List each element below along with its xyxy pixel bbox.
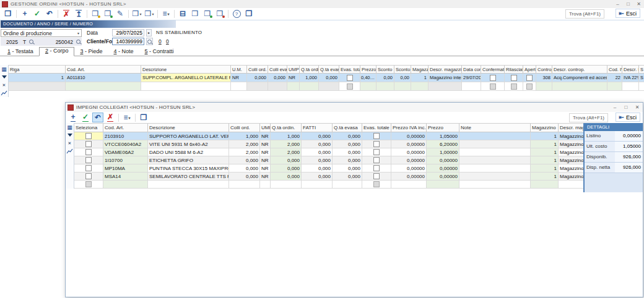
cell[interactable]: VITE UNI 5931 M 6x40-A2 xyxy=(148,140,229,148)
column-header[interactable]: Colli evasi xyxy=(268,66,287,74)
cell[interactable]: 0,000 xyxy=(268,74,287,82)
column-header[interactable]: FATTI xyxy=(302,124,333,132)
data-field[interactable]: 29/07/2025 xyxy=(112,29,144,36)
table-row[interactable]: MSA14SEMILAVORATO CENTRALE TTS RADIO-SEN… xyxy=(74,172,588,181)
cell[interactable] xyxy=(287,82,300,91)
cell[interactable]: 1,00000 xyxy=(427,148,459,156)
cell[interactable] xyxy=(391,181,427,189)
cell[interactable]: 308 xyxy=(536,74,552,82)
column-header[interactable]: Cod. IVA xyxy=(607,66,622,74)
column-header[interactable]: Q.tà ordin. xyxy=(271,124,302,132)
cell[interactable]: MSA14 xyxy=(103,172,148,181)
chart-icon[interactable] xyxy=(0,89,8,97)
cell[interactable]: 0,000 xyxy=(333,172,362,181)
cell[interactable]: 0,000 xyxy=(229,156,260,164)
clear-filter-icon[interactable]: ✕ xyxy=(66,139,74,147)
checkbox-cell[interactable] xyxy=(362,148,391,156)
cell[interactable]: 0,00000 xyxy=(391,140,427,148)
edit-pencil-icon[interactable]: ✎ xyxy=(115,9,126,19)
cell[interactable]: VDAME06A2 xyxy=(103,148,148,156)
cell[interactable] xyxy=(531,181,559,189)
tab-piede[interactable]: 3 - Piede xyxy=(74,48,108,56)
cell[interactable]: 2,000 xyxy=(229,140,260,148)
window-switch-icon[interactable]: ❐ xyxy=(138,113,149,122)
column-header[interactable]: S xyxy=(639,66,644,74)
column-header[interactable]: UMP xyxy=(287,66,300,74)
checkbox-cell[interactable] xyxy=(74,140,103,148)
column-header[interactable]: Seleziona xyxy=(74,124,103,132)
cell[interactable] xyxy=(459,148,531,156)
cell[interactable] xyxy=(9,82,66,91)
column-header[interactable]: Cod. Art. xyxy=(66,66,141,74)
cell[interactable]: 2,000 xyxy=(271,148,302,156)
cell[interactable]: 1 xyxy=(531,132,559,140)
duplicate-document-icon[interactable]: ❒▾ xyxy=(144,9,155,19)
cell[interactable] xyxy=(459,172,531,181)
cell[interactable] xyxy=(302,181,333,189)
delete-row-icon[interactable]: ✗ xyxy=(105,113,116,122)
cell[interactable]: NR xyxy=(260,164,271,172)
cell[interactable]: 0,00000 xyxy=(391,132,427,140)
filter-icon[interactable] xyxy=(0,73,8,81)
column-header[interactable]: Note xyxy=(459,124,531,132)
cell[interactable]: 0,000 xyxy=(229,172,260,181)
checkbox-cell[interactable] xyxy=(362,164,391,172)
column-header[interactable]: Descrizione xyxy=(148,124,229,132)
cell[interactable]: Acq.Componenti ed accessori xyxy=(552,74,607,82)
cell[interactable] xyxy=(552,82,607,91)
cell[interactable] xyxy=(260,181,271,189)
cell[interactable]: 0,000 xyxy=(302,156,333,164)
window-switch-icon[interactable]: ❐ xyxy=(243,9,255,19)
checkbox[interactable] xyxy=(85,181,92,187)
column-header[interactable]: Magazzino xyxy=(411,66,429,74)
cell[interactable] xyxy=(148,181,229,189)
cell[interactable]: SUPPORTO ARGANELLO LAT. VERN RAL 1013 xyxy=(148,132,229,140)
cell[interactable]: 0,000 xyxy=(333,156,362,164)
cell[interactable]: 2103910 xyxy=(103,132,148,140)
checkbox-cell[interactable] xyxy=(362,132,391,140)
maximize-button[interactable]: □ xyxy=(620,103,632,112)
checkbox[interactable] xyxy=(373,149,380,155)
expand-date-button[interactable]: ▸ xyxy=(146,29,152,36)
checkbox[interactable] xyxy=(85,149,92,155)
close-button[interactable]: ✕ xyxy=(633,0,644,8)
document-type-select[interactable]: Ordine di produzione ▾ xyxy=(1,29,82,37)
cell[interactable]: NR xyxy=(287,74,300,82)
cell[interactable]: 0,00 xyxy=(394,74,411,82)
cell[interactable]: NR xyxy=(260,148,271,156)
cell[interactable]: NR xyxy=(260,132,271,140)
cell[interactable] xyxy=(459,140,531,148)
cell[interactable]: Magazzino interno xyxy=(429,74,462,82)
checkbox-cell[interactable] xyxy=(523,74,536,82)
numero-field[interactable]: 250042 xyxy=(56,39,73,45)
column-header[interactable]: Descr. IVA xyxy=(622,66,639,74)
cell[interactable]: 1 xyxy=(531,156,559,164)
cell[interactable] xyxy=(622,82,639,91)
cell[interactable]: NR xyxy=(260,172,271,181)
table-row[interactable]: 1I10700ETICHETTA GRIFO0,000NR0,0000,0000… xyxy=(74,156,588,164)
cell[interactable]: 1I10700 xyxy=(103,156,148,164)
checkbox-cell[interactable] xyxy=(339,74,360,82)
cell[interactable]: 2,000 xyxy=(229,148,260,156)
column-header[interactable]: Sconto 1 xyxy=(376,66,394,74)
checkbox[interactable] xyxy=(526,75,533,81)
checkbox[interactable] xyxy=(373,173,380,179)
column-header[interactable]: Descr. magazzino xyxy=(429,66,462,74)
cell[interactable]: NR xyxy=(260,156,271,164)
cell[interactable] xyxy=(103,181,148,189)
column-header[interactable]: Aperto xyxy=(523,66,536,74)
table-row[interactable]: 1A011810SUPP.COMPL. ARGANELLO LATERALE R… xyxy=(9,74,644,82)
cell[interactable]: 0,000 xyxy=(271,172,302,181)
cell[interactable] xyxy=(607,82,622,91)
table-row[interactable]: VTCCE06040A2VITE UNI 5931 M 6x40-A22,000… xyxy=(74,140,588,148)
cell[interactable] xyxy=(459,164,531,172)
cell[interactable]: 22 xyxy=(607,74,622,82)
cell[interactable] xyxy=(459,132,531,140)
menu-icon[interactable]: ≡▾ xyxy=(121,113,133,122)
cell[interactable]: 1,05000 xyxy=(427,132,459,140)
cell[interactable]: 0,40… xyxy=(360,74,376,82)
minimize-button[interactable]: – xyxy=(609,103,620,112)
delete-icon[interactable]: ✗ xyxy=(61,9,72,19)
cell[interactable]: S xyxy=(639,74,644,82)
cell[interactable]: 0,00000 xyxy=(427,156,459,164)
